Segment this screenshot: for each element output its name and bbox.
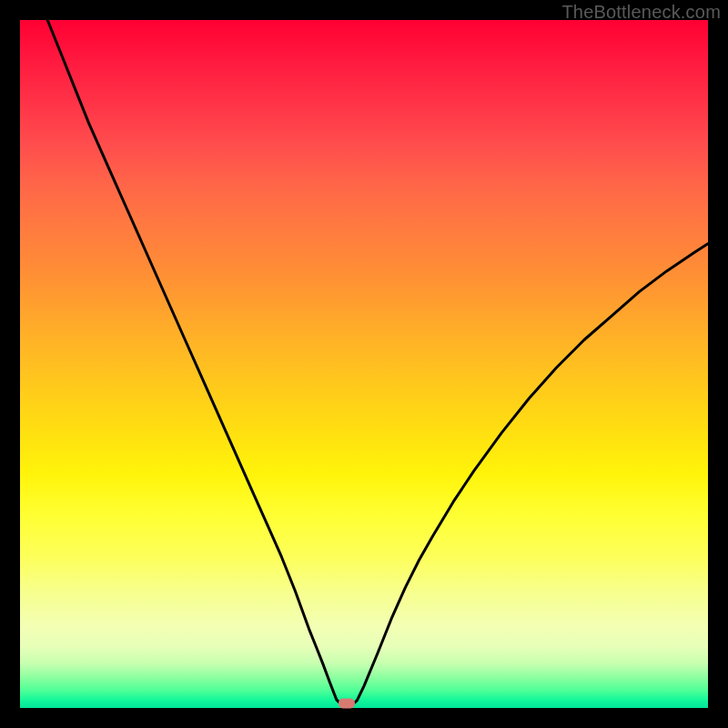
optimal-point-marker [339, 699, 355, 709]
chart-frame: TheBottleneck.com [0, 0, 728, 728]
bottleneck-curve [20, 20, 708, 708]
curve-path [47, 20, 708, 707]
watermark-label: TheBottleneck.com [561, 2, 721, 23]
chart-plot-area [20, 20, 708, 708]
